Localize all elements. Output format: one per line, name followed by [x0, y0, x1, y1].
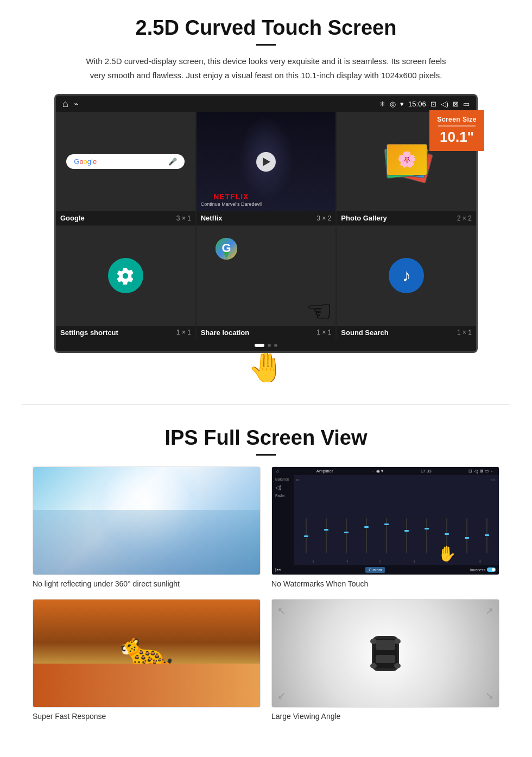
car-view	[353, 625, 418, 682]
netflix-app-size: 3 × 2	[316, 215, 331, 222]
netflix-app-name: Netflix	[201, 214, 223, 222]
amp-bal-label: Balance	[275, 477, 290, 481]
play-button[interactable]	[256, 152, 276, 172]
usb-icon: ⌁	[74, 99, 78, 108]
netflix-app-cell[interactable]: NETFLIX Continue Marvel's Daredevil Netf…	[197, 112, 336, 225]
dot-1[interactable]	[255, 344, 264, 347]
close-icon: ⊠	[453, 100, 459, 108]
photo-card-main: 🌸	[387, 144, 427, 175]
amp-main-content: Balance ◁) Fader 10 10	[272, 475, 499, 565]
eq-slider-8[interactable]	[466, 514, 467, 558]
gallery-item-cheetah: 🐆 Super Fast Response	[33, 599, 261, 721]
netflix-label-row: Netflix 3 × 2	[197, 211, 336, 225]
gallery-item-car: ↖ ↗ ↙ ↘ Large Viewing Angle	[271, 599, 499, 721]
eq-slider-0[interactable]	[306, 514, 307, 558]
car-image: ↖ ↗ ↙ ↘	[271, 599, 499, 708]
settings-app-cell[interactable]: Settings shortcut 1 × 1	[56, 226, 195, 339]
amp-eq-area: 10 10	[294, 475, 499, 565]
section-curved-screen: 2.5D Curved Touch Screen With 2.5D curve…	[0, 0, 532, 393]
amp-sliders: ✋	[296, 483, 497, 560]
settings-icon-bg	[108, 258, 143, 293]
eq-slider-5[interactable]	[406, 514, 407, 558]
dot-3[interactable]	[274, 344, 277, 347]
arrow-br: ↘	[485, 690, 493, 702]
car-top-view-svg	[353, 625, 418, 679]
car-caption: Large Viewing Angle	[271, 712, 499, 721]
share-location-app-cell[interactable]: G ☞ Share location 1 × 1	[197, 226, 336, 339]
arrow-tr: ↗	[485, 605, 493, 617]
sound-app-size: 1 × 1	[457, 329, 472, 336]
share-app-size: 1 × 1	[316, 329, 331, 336]
screen-size-badge: Screen Size 10.1"	[429, 110, 484, 151]
eq-slider-3[interactable]	[366, 514, 367, 558]
amp-sidebar: Balance ◁) Fader	[272, 475, 294, 565]
sound-search-app-cell[interactable]: ♪ Sound Search 1 × 1	[337, 226, 476, 339]
gear-icon	[116, 266, 135, 286]
amp-scale-bottom: -3-40-300	[296, 560, 497, 563]
bluetooth-icon: ✳	[379, 100, 385, 108]
home-icon[interactable]: ⌂	[62, 98, 68, 110]
section1-divider	[256, 44, 276, 46]
mic-icon: 🎤	[168, 157, 177, 166]
gallery-app-size: 2 × 2	[457, 215, 472, 222]
google-logo: Google	[74, 157, 97, 166]
window-icon: ▭	[463, 100, 470, 108]
gallery-item-sunlight: No light reflecting under 360° direct su…	[33, 466, 261, 588]
photo-stack: 🌸	[382, 143, 431, 181]
eq-slider-6[interactable]	[426, 514, 427, 558]
status-bar: ⌂ ⌁ ✳ ◎ ▾ 15:06 ⊡ ◁) ⊠ ▭	[56, 96, 476, 112]
netflix-brand: NETFLIX	[201, 193, 262, 200]
share-cell-content: G ☞	[197, 226, 336, 325]
svg-point-9	[394, 639, 401, 644]
cheetah-caption: Super Fast Response	[33, 712, 261, 721]
amp-db-scale: 10 10	[296, 477, 497, 483]
google-label-row: Google 3 × 1	[56, 211, 195, 225]
settings-cell-inner	[56, 226, 195, 325]
gallery-app-name: Photo Gallery	[341, 214, 387, 222]
sunlight-image	[33, 466, 261, 575]
settings-cell-content	[56, 226, 195, 325]
netflix-cell-content: NETFLIX Continue Marvel's Daredevil	[197, 112, 336, 211]
hand-touching-icon: ✋	[438, 545, 457, 563]
amp-caption: No Watermarks When Touch	[271, 579, 499, 588]
arrow-tl: ↖	[277, 605, 286, 617]
device-mockup: Screen Size 10.1" ⌂ ⌁ ✳ ◎ ▾ 15:06 ⊡ ◁) ⊠	[54, 94, 478, 353]
amp-loudness-toggle[interactable]: loudness	[470, 567, 496, 572]
google-search-bar[interactable]: Google 🎤	[66, 154, 185, 169]
badge-title: Screen Size	[437, 116, 477, 123]
location-icon: ◎	[390, 100, 396, 108]
wifi-icon: ▾	[400, 100, 404, 108]
flower-icon: 🌸	[397, 150, 416, 168]
eq-slider-4[interactable]	[386, 514, 387, 558]
section2-divider	[256, 454, 276, 456]
sound-cell-inner: ♪	[337, 226, 476, 325]
amp-time: 17:33	[421, 469, 432, 474]
dot-2[interactable]	[268, 344, 271, 347]
amp-icons: ⋯ ◉ ▾	[370, 469, 383, 474]
sunlight-img-content	[33, 467, 260, 575]
google-app-cell[interactable]: Google 🎤 Google 3 × 1	[56, 112, 195, 225]
amp-bottom-bar: |◂◂ Custom loudness	[272, 565, 499, 575]
hand-pointing-icon: ☞	[306, 294, 333, 326]
eq-slider-2[interactable]	[346, 514, 347, 558]
toggle-switch[interactable]	[487, 567, 496, 572]
amp-prev-icon[interactable]: |◂◂	[275, 567, 281, 572]
hand-icon: 🤚	[248, 350, 285, 382]
svg-rect-6	[376, 640, 395, 650]
eq-slider-9[interactable]	[486, 514, 487, 558]
share-cell-inner: G ☞	[197, 226, 336, 325]
amp-img-content: ⌂ Amplifier ⋯ ◉ ▾ 17:33 ⊡ ◁) ⊠ ▭ ← Balan…	[272, 467, 499, 575]
svg-point-11	[394, 663, 401, 668]
amp-title: Amplifier	[316, 469, 333, 474]
badge-size: 10.1"	[437, 129, 477, 146]
eq-slider-1[interactable]	[326, 514, 327, 558]
amp-custom-button[interactable]: Custom	[365, 567, 385, 573]
amp-fader-label: Fader	[275, 494, 290, 497]
camera-icon: ⊡	[430, 100, 436, 108]
section-ips-screen: IPS Full Screen View No light reflecting…	[0, 415, 532, 737]
gallery-grid: No light reflecting under 360° direct su…	[33, 466, 499, 721]
share-app-name: Share location	[201, 329, 250, 337]
badge-divider	[438, 125, 476, 127]
google-cell-inner: Google 🎤	[56, 112, 195, 211]
sunlight-caption: No light reflecting under 360° direct su…	[33, 579, 261, 588]
